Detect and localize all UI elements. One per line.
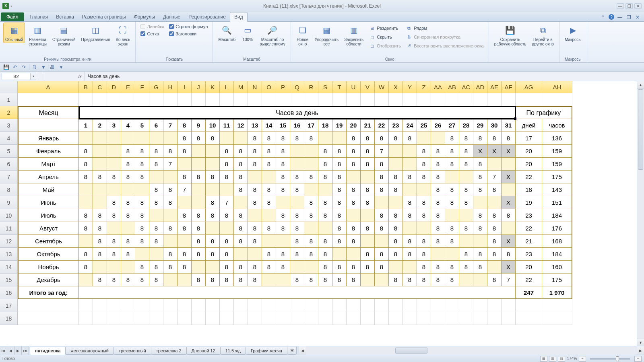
day-cell[interactable]: 8 bbox=[332, 261, 347, 274]
day-cell[interactable]: 8 bbox=[417, 274, 431, 286]
tab-главная[interactable]: Главная bbox=[26, 12, 52, 21]
day-cell[interactable] bbox=[347, 171, 361, 183]
cell[interactable] bbox=[121, 93, 135, 106]
day-cell[interactable]: 8 bbox=[290, 171, 304, 183]
day-cell[interactable]: 8 bbox=[318, 235, 332, 248]
new-window-button[interactable]: ❏Новое окно bbox=[294, 23, 311, 47]
day-cell[interactable]: 8 bbox=[375, 209, 389, 222]
cell[interactable] bbox=[332, 299, 347, 312]
day-cell[interactable]: 8 bbox=[121, 158, 135, 171]
day-cell[interactable]: 8 bbox=[276, 183, 290, 196]
cell[interactable] bbox=[516, 312, 542, 325]
day-cell[interactable] bbox=[276, 235, 290, 248]
day-cell[interactable] bbox=[487, 261, 502, 274]
day-cell[interactable]: 8 bbox=[473, 132, 487, 145]
days-total[interactable]: 19 bbox=[516, 196, 542, 209]
chk-formula-bar[interactable]: Строка формул bbox=[169, 24, 208, 29]
day-cell[interactable]: 8 bbox=[178, 145, 192, 158]
header-hours[interactable]: часов bbox=[542, 119, 572, 132]
day-cell[interactable]: 8 bbox=[290, 248, 304, 261]
day-cell[interactable]: 8 bbox=[445, 132, 459, 145]
day-cell[interactable]: 8 bbox=[79, 248, 93, 261]
day-cell[interactable]: 8 bbox=[121, 235, 135, 248]
day-cell[interactable]: 8 bbox=[318, 248, 332, 261]
days-total[interactable]: 22 bbox=[516, 171, 542, 183]
day-number-header[interactable]: 18 bbox=[318, 119, 332, 132]
cell[interactable] bbox=[502, 93, 516, 106]
day-cell[interactable]: 8 bbox=[389, 183, 403, 196]
day-cell[interactable]: 8 bbox=[347, 183, 361, 196]
column-header[interactable]: J bbox=[192, 81, 206, 93]
day-cell[interactable]: 8 bbox=[276, 158, 290, 171]
day-cell[interactable] bbox=[121, 132, 135, 145]
sheet-tab[interactable]: Дневной 12 bbox=[186, 347, 221, 355]
column-header[interactable]: AD bbox=[473, 81, 487, 93]
day-cell[interactable]: 8 bbox=[248, 235, 262, 248]
sheet-tab[interactable]: Графики месяц bbox=[246, 347, 287, 355]
day-cell[interactable]: 8 bbox=[121, 248, 135, 261]
day-cell[interactable]: 8 bbox=[403, 248, 417, 261]
day-cell[interactable]: 8 bbox=[192, 248, 206, 261]
day-cell[interactable]: 8 bbox=[206, 132, 220, 145]
hours-total[interactable]: 151 bbox=[542, 196, 572, 209]
row-header[interactable]: 18 bbox=[0, 312, 18, 325]
day-cell[interactable]: 8 bbox=[445, 235, 459, 248]
day-cell[interactable] bbox=[79, 235, 93, 248]
cell[interactable] bbox=[431, 93, 445, 106]
cell[interactable] bbox=[93, 312, 107, 325]
name-box[interactable] bbox=[2, 73, 31, 80]
sheet-tab[interactable]: 11,5 жд bbox=[220, 347, 246, 355]
day-number-header[interactable]: 23 bbox=[389, 119, 403, 132]
day-cell[interactable]: 8 bbox=[234, 235, 248, 248]
month-name[interactable]: Апрель bbox=[18, 171, 79, 183]
cell[interactable] bbox=[220, 299, 234, 312]
tab-данные[interactable]: Данные bbox=[159, 12, 184, 21]
day-cell[interactable] bbox=[163, 209, 178, 222]
day-cell[interactable]: 8 bbox=[431, 171, 445, 183]
day-cell[interactable]: 8 bbox=[135, 261, 149, 274]
cell[interactable] bbox=[121, 299, 135, 312]
day-cell[interactable]: 8 bbox=[192, 235, 206, 248]
day-cell[interactable]: 8 bbox=[178, 209, 192, 222]
macros-button[interactable]: ▶Макросы bbox=[563, 23, 584, 43]
day-cell[interactable]: 8 bbox=[135, 196, 149, 209]
day-cell[interactable] bbox=[93, 183, 107, 196]
day-cell[interactable]: 8 bbox=[389, 209, 403, 222]
day-cell[interactable]: 8 bbox=[149, 261, 163, 274]
day-cell[interactable] bbox=[403, 183, 417, 196]
day-cell[interactable]: 8 bbox=[389, 222, 403, 235]
day-cell[interactable]: 8 bbox=[445, 222, 459, 235]
day-number-header[interactable]: 22 bbox=[375, 119, 389, 132]
day-cell[interactable]: 8 bbox=[431, 158, 445, 171]
header-by-schedule[interactable]: По графику bbox=[516, 106, 572, 119]
day-cell[interactable]: 8 bbox=[220, 158, 234, 171]
hours-total[interactable]: 176 bbox=[542, 222, 572, 235]
insert-sheet-button[interactable]: ✻ bbox=[287, 347, 297, 355]
day-cell[interactable]: X bbox=[502, 196, 516, 209]
day-cell[interactable]: 8 bbox=[431, 145, 445, 158]
column-header[interactable]: S bbox=[318, 81, 332, 93]
day-cell[interactable]: 8 bbox=[389, 132, 403, 145]
vertical-scrollbar[interactable]: ▲ ▼ bbox=[637, 81, 644, 346]
day-cell[interactable]: 8 bbox=[234, 261, 248, 274]
cell[interactable] bbox=[375, 312, 389, 325]
day-cell[interactable] bbox=[220, 132, 234, 145]
day-cell[interactable]: 8 bbox=[248, 158, 262, 171]
cell[interactable] bbox=[149, 93, 163, 106]
column-header[interactable]: AB bbox=[445, 81, 459, 93]
day-number-header[interactable]: 4 bbox=[121, 119, 135, 132]
day-cell[interactable]: 8 bbox=[163, 183, 178, 196]
cell[interactable] bbox=[262, 312, 276, 325]
workbook-minimize-icon[interactable]: — bbox=[617, 14, 623, 21]
cell[interactable] bbox=[290, 93, 304, 106]
day-cell[interactable]: 8 bbox=[192, 171, 206, 183]
day-cell[interactable]: 8 bbox=[192, 209, 206, 222]
month-name[interactable]: Август bbox=[18, 222, 79, 235]
day-number-header[interactable]: 28 bbox=[459, 119, 473, 132]
day-cell[interactable]: 8 bbox=[417, 261, 431, 274]
day-cell[interactable] bbox=[375, 235, 389, 248]
day-cell[interactable]: 8 bbox=[473, 209, 487, 222]
day-cell[interactable]: 8 bbox=[248, 222, 262, 235]
cell[interactable] bbox=[79, 299, 93, 312]
day-cell[interactable]: 8 bbox=[459, 248, 473, 261]
